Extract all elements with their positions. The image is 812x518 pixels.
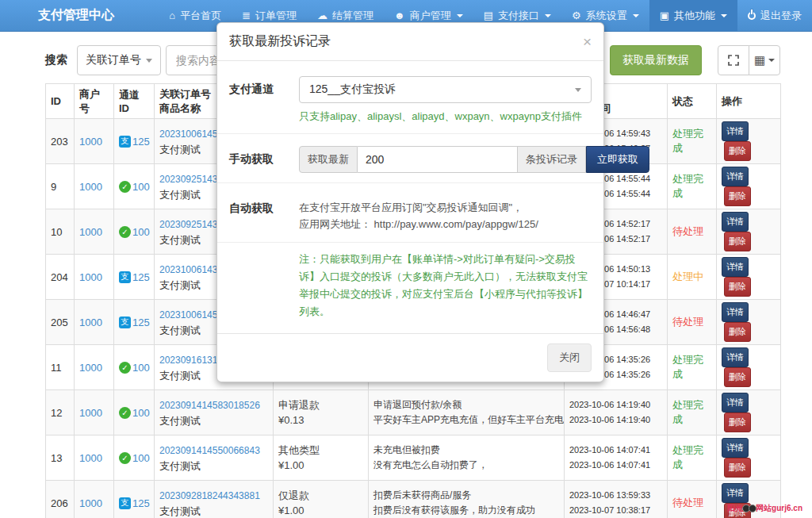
columns-button[interactable]: ▦ xyxy=(749,45,780,75)
merchant-link[interactable]: 1000 xyxy=(79,226,102,238)
complaint-detail: 没有充电怎么自动扣费了， xyxy=(373,458,559,473)
detail-button[interactable]: 详情 xyxy=(722,257,749,277)
cell-actions: 详情 删除 xyxy=(717,164,781,209)
delete-button[interactable]: 删除 xyxy=(724,232,751,251)
alipay-pay-icon: 支 xyxy=(119,136,131,148)
nav-item-label: 结算管理 xyxy=(332,9,373,23)
modal-note: 注：只能获取到用户在【账单详情->对此订单有疑问->交易投诉】入口提交的投诉（大… xyxy=(299,251,591,320)
merchant-link[interactable]: 1000 xyxy=(79,407,102,419)
box-icon: ▣ xyxy=(660,10,669,21)
complaint-amount: ¥1.00 xyxy=(278,458,363,473)
manual-fetch-row: 手动获取 获取最新 条投诉记录 立即获取 xyxy=(217,136,603,181)
complaint-type: 其他类型 xyxy=(278,443,363,458)
delete-button[interactable]: 删除 xyxy=(724,186,751,206)
detail-button[interactable]: 详情 xyxy=(722,393,749,412)
fetch-now-button[interactable]: 立即获取 xyxy=(586,146,649,173)
cell-time: 2023-10-06 13:59:33 2023-10-07 10:38:17 xyxy=(565,481,668,518)
nav-item-label: 商户管理 xyxy=(410,9,451,23)
cell-merchant: 1000 xyxy=(75,209,114,255)
delete-button[interactable]: 删除 xyxy=(724,322,751,342)
detail-button[interactable]: 详情 xyxy=(722,347,749,367)
channel-id: 100 xyxy=(132,452,150,464)
cell-channel: 支 125 xyxy=(114,481,155,518)
merchant-link[interactable]: 1000 xyxy=(79,452,102,464)
channel-select[interactable]: 125__支付宝投诉 xyxy=(299,76,592,103)
detail-button[interactable]: 详情 xyxy=(722,212,749,232)
channel-id: 125 xyxy=(132,136,150,148)
product-name: 支付测试 xyxy=(159,459,268,474)
cell-id: 204 xyxy=(46,255,75,300)
watermark-suffix: 网站gurj6.cn xyxy=(756,503,802,514)
delete-button[interactable]: 删除 xyxy=(724,367,751,387)
table-view-controls: ▦ xyxy=(718,45,780,75)
nav-item-label: 系统设置 xyxy=(586,9,627,23)
modal-close-button[interactable]: 关闭 xyxy=(547,343,592,372)
fetch-complaints-modal: 获取最新投诉记录 × 支付通道 125__支付宝投诉 只支持alipay、ali… xyxy=(216,22,604,382)
delete-button[interactable]: 删除 xyxy=(724,458,751,478)
nav-item-6[interactable]: ▣其他功能 xyxy=(649,0,737,31)
detail-button[interactable]: 详情 xyxy=(722,483,749,503)
status-badge: 处理完成 xyxy=(672,173,703,199)
nav-item-7[interactable]: 退出登录 xyxy=(737,0,812,31)
cell-status: 处理完成 xyxy=(668,436,717,481)
channel-id: 100 xyxy=(132,226,150,238)
time-created: 2023-10-06 14:19:40 xyxy=(569,397,662,412)
delete-button[interactable]: 删除 xyxy=(724,277,751,297)
fullscreen-button[interactable] xyxy=(718,45,749,75)
column-header[interactable]: ID xyxy=(46,84,75,119)
cell-time: 2023-10-06 14:19:40 2023-10-06 14:19:40 xyxy=(565,390,668,436)
auto-fetch-line2: 应用网关地址： http://pay.www.com/pay/appgw/125… xyxy=(299,216,592,232)
fetch-latest-data-button[interactable]: 获取最新数据 xyxy=(610,45,702,75)
cell-channel: ✓ 100 xyxy=(114,390,155,436)
detail-button[interactable]: 详情 xyxy=(722,121,749,141)
merchant-link[interactable]: 1000 xyxy=(79,271,102,283)
order-link[interactable]: 2023091414550066843 xyxy=(159,445,260,456)
cell-complaint-type: 其他类型 ¥1.00 xyxy=(274,436,369,481)
cloud-icon: ☁ xyxy=(317,10,327,21)
search-type-select[interactable]: 关联订单号 xyxy=(77,45,161,75)
complaint-type: 仅退款 xyxy=(278,488,363,503)
order-link[interactable]: 2023091414583018526 xyxy=(159,400,260,411)
cell-status: 处理中 xyxy=(668,255,717,300)
merchant-link[interactable]: 1000 xyxy=(79,497,102,509)
channel-label: 支付通道 xyxy=(229,76,285,124)
time-created: 2023-10-06 14:07:41 xyxy=(569,443,662,458)
merchant-link[interactable]: 1000 xyxy=(79,317,102,328)
user-icon: ☻ xyxy=(394,10,405,21)
merchant-link[interactable]: 1000 xyxy=(79,136,102,148)
auto-fetch-row: 自动获取 在支付宝开放平台应用订阅"交易投诉通知回调"， 应用网关地址： htt… xyxy=(217,185,603,240)
delete-button[interactable]: 删除 xyxy=(724,141,751,161)
manual-suffix-addon: 条投诉记录 xyxy=(518,146,586,173)
column-header[interactable]: 商户号 xyxy=(75,84,114,119)
status-badge: 处理完成 xyxy=(672,444,703,470)
detail-button[interactable]: 详情 xyxy=(722,167,749,186)
cell-merchant: 1000 xyxy=(75,436,114,481)
cell-merchant: 1000 xyxy=(75,255,114,300)
cell-merchant: 1000 xyxy=(75,345,114,390)
column-header[interactable]: 状态 xyxy=(668,84,717,119)
nav-item-label: 平台首页 xyxy=(180,9,221,23)
table-row: 206 1000 支 125 2023092818244343881 支付测试 … xyxy=(46,481,781,518)
order-link[interactable]: 2023092818244343881 xyxy=(159,490,260,501)
nav-item-label: 订单管理 xyxy=(255,9,297,23)
column-header[interactable]: 操作 xyxy=(717,84,781,119)
channel-help-text: 只支持alipay、alipaysl、alipayd、wxpayn、wxpayn… xyxy=(299,109,592,124)
cell-channel: 支 125 xyxy=(114,300,155,345)
delete-button[interactable]: 删除 xyxy=(724,412,751,432)
complaint-detail: 平安好车主APP充电充值，但好车主平台充电不... xyxy=(373,412,559,428)
complaint-title: 扣费后未获得商品/服务 xyxy=(373,488,559,503)
cell-status: 待处理 xyxy=(668,209,717,255)
cell-complaint-content: 扣费后未获得商品/服务 扣费后没有获得该服务，助力没有成功 xyxy=(369,481,565,518)
detail-button[interactable]: 详情 xyxy=(722,302,749,322)
detail-button[interactable]: 详情 xyxy=(722,438,749,458)
close-icon[interactable]: × xyxy=(583,34,592,49)
time-created: 2023-10-06 13:59:33 xyxy=(569,488,662,503)
complaint-count-input[interactable] xyxy=(358,146,518,173)
column-header[interactable]: 通道ID xyxy=(114,84,155,119)
merchant-link[interactable]: 1000 xyxy=(79,181,102,193)
cell-channel: 支 125 xyxy=(114,119,155,164)
complaint-amount: ¥0.13 xyxy=(278,412,363,428)
cell-actions: 详情 删除 xyxy=(717,209,781,255)
merchant-link[interactable]: 1000 xyxy=(79,362,102,374)
home-icon: ⌂ xyxy=(169,10,175,21)
